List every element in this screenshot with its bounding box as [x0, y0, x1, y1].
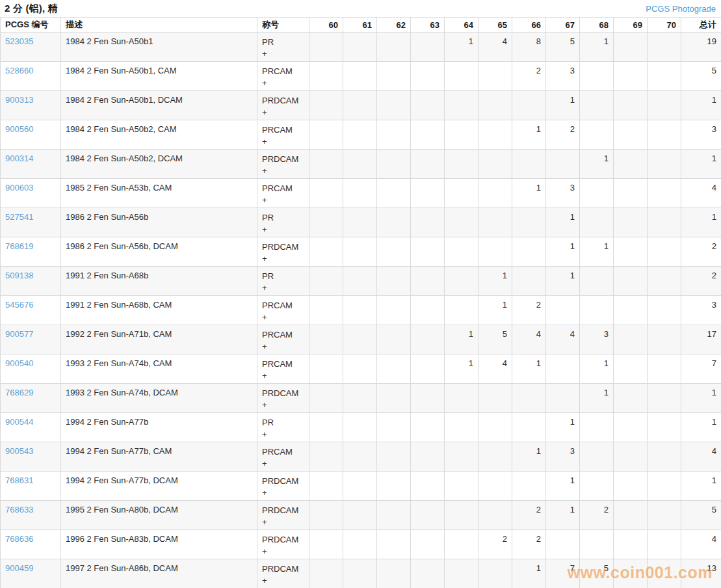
grade-cell	[580, 413, 614, 442]
grade-cell	[580, 62, 614, 91]
grade-cell	[512, 413, 546, 442]
grade-cell	[648, 325, 681, 354]
grade-cell: 1	[512, 179, 546, 208]
designation-cell: PRDCAM +	[257, 384, 309, 413]
grade-cell	[377, 354, 411, 384]
designation-plus: +	[262, 224, 304, 235]
grade-cell	[309, 472, 343, 501]
grade-cell	[512, 237, 546, 267]
grade-cell	[512, 384, 546, 413]
grade-cell	[343, 325, 377, 354]
grade-cell: 2	[512, 296, 546, 325]
grade-cell	[445, 413, 478, 442]
grade-cell: 2	[512, 62, 546, 91]
header-grade-62: 62	[377, 18, 411, 33]
grade-cell	[377, 296, 411, 325]
grade-cell	[580, 267, 614, 296]
grade-cell	[648, 530, 681, 559]
total-cell: 4	[681, 530, 721, 559]
pcgs-number-link[interactable]: 768633	[5, 505, 33, 514]
total-cell: 17	[681, 325, 721, 354]
pcgs-number-cell: 900314	[1, 150, 61, 179]
pcgs-number-link[interactable]: 527541	[5, 212, 33, 222]
grade-cell	[377, 325, 411, 354]
grade-cell	[343, 208, 377, 237]
designation-plus: +	[262, 341, 304, 353]
pcgs-number-link[interactable]: 523035	[5, 36, 33, 46]
pcgs-number-cell: 527541	[1, 208, 61, 237]
grade-cell: 3	[546, 179, 580, 208]
description-cell: 1994 2 Fen Sun-A77b, DCAM	[61, 472, 257, 501]
grade-cell: 1	[478, 267, 512, 296]
designation-label: PR	[262, 271, 304, 282]
grade-cell	[648, 442, 681, 472]
photograde-link[interactable]: PCGS Photograde	[646, 4, 716, 14]
pcgs-number-link[interactable]: 900314	[5, 154, 33, 163]
grade-cell	[309, 150, 343, 179]
grade-cell	[377, 384, 411, 413]
pcgs-number-link[interactable]: 900459	[5, 563, 33, 573]
pcgs-number-link[interactable]: 900313	[5, 95, 33, 105]
grade-cell: 1	[512, 559, 546, 588]
grade-cell	[478, 120, 512, 150]
table-header: PCGS 编号 描述 称号 60 61 62 63 64 65 66 67 68…	[1, 18, 721, 33]
pcgs-number-link[interactable]: 900603	[5, 183, 33, 193]
designation-plus: +	[262, 458, 304, 470]
pcgs-number-link[interactable]: 545676	[5, 300, 33, 310]
pcgs-number-cell: 768629	[1, 384, 61, 413]
table-row: 900313 1984 2 Fen Sun-A50b1, DCAM PRDCAM…	[1, 91, 721, 120]
description-cell: 1991 2 Fen Sun-A68b, CAM	[61, 296, 257, 325]
pcgs-number-cell: 900560	[1, 120, 61, 150]
pcgs-number-link[interactable]: 900577	[5, 329, 33, 339]
grade-cell	[445, 179, 478, 208]
pcgs-number-link[interactable]: 768629	[5, 388, 33, 397]
grade-cell	[309, 325, 343, 354]
grade-cell	[648, 354, 681, 384]
grade-cell	[445, 120, 478, 150]
designation-cell: PRCAM +	[257, 120, 309, 150]
grade-cell	[377, 559, 411, 588]
grade-cell	[411, 501, 445, 530]
designation-label: PRCAM	[262, 300, 304, 312]
grade-cell	[648, 267, 681, 296]
pcgs-number-link[interactable]: 900544	[5, 417, 33, 427]
table-row: 768629 1993 2 Fen Sun-A74b, DCAM PRDCAM …	[1, 384, 721, 413]
grade-cell	[411, 237, 445, 267]
designation-label: PRDCAM	[262, 563, 304, 575]
table-row: 527541 1986 2 Fen Sun-A56b PR + 1 1	[1, 208, 721, 237]
grade-cell	[309, 413, 343, 442]
grade-cell	[309, 354, 343, 384]
pcgs-number-link[interactable]: 900560	[5, 124, 33, 134]
pcgs-number-link[interactable]: 768631	[5, 475, 33, 485]
designation-plus: +	[262, 253, 304, 265]
grade-cell	[445, 91, 478, 120]
designation-cell: PRCAM +	[257, 296, 309, 325]
pcgs-number-link[interactable]: 900543	[5, 446, 33, 456]
pcgs-number-link[interactable]: 900540	[5, 358, 33, 368]
table-row: 900544 1994 2 Fen Sun-A77b PR + 1 1	[1, 413, 721, 442]
table-row: 900459 1997 2 Fen Sun-A86b, DCAM PRDCAM …	[1, 559, 721, 588]
header-grade-66: 66	[512, 18, 546, 33]
grade-cell: 1	[546, 413, 580, 442]
designation-cell: PRCAM +	[257, 62, 309, 91]
grade-cell	[648, 501, 681, 530]
grade-cell: 1	[580, 150, 614, 179]
designation-label: PRDCAM	[262, 95, 304, 107]
designation-plus: +	[262, 107, 304, 118]
pcgs-number-cell: 768619	[1, 237, 61, 267]
pcgs-number-link[interactable]: 509138	[5, 271, 33, 280]
pcgs-number-link[interactable]: 768619	[5, 241, 33, 251]
table-row: 900314 1984 2 Fen Sun-A50b2, DCAM PRDCAM…	[1, 150, 721, 179]
grade-cell	[377, 62, 411, 91]
description-cell: 1986 2 Fen Sun-A56b	[61, 208, 257, 237]
grade-cell	[648, 150, 681, 179]
grade-cell	[648, 33, 681, 62]
grade-cell	[614, 62, 648, 91]
pcgs-number-link[interactable]: 528660	[5, 66, 33, 75]
grade-cell	[512, 472, 546, 501]
grade-cell	[445, 62, 478, 91]
header-grade-60: 60	[309, 18, 343, 33]
table-row: 509138 1991 2 Fen Sun-A68b PR + 1 1 2	[1, 267, 721, 296]
grade-cell	[377, 442, 411, 472]
pcgs-number-link[interactable]: 768636	[5, 534, 33, 544]
